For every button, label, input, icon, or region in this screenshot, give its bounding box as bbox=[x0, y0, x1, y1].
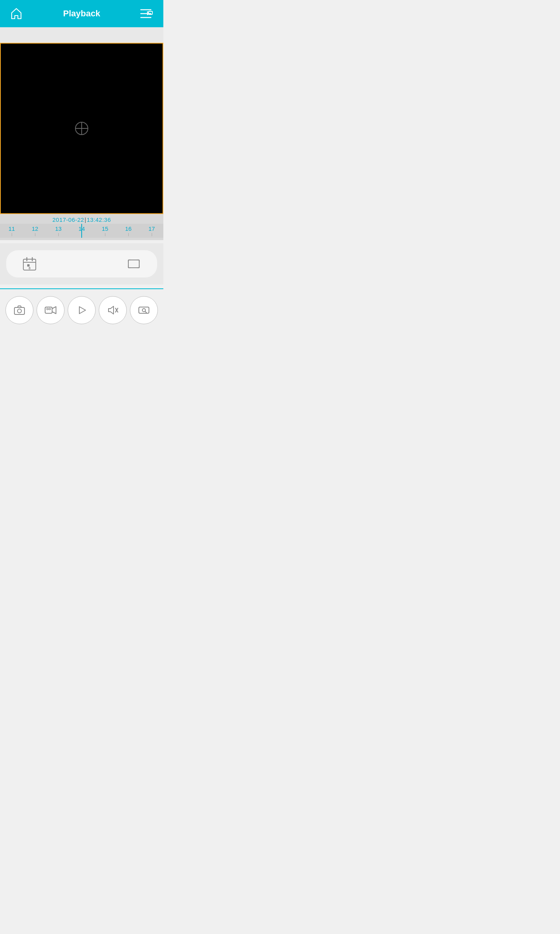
record-button[interactable] bbox=[37, 296, 65, 324]
timeline-ruler[interactable]: 11 12 13 14 15 16 17 bbox=[0, 224, 163, 238]
timeline-label-16: 16 bbox=[117, 225, 140, 232]
menu-button[interactable] bbox=[138, 5, 156, 22]
fullscreen-button[interactable] bbox=[126, 256, 142, 272]
timeline-label-15: 15 bbox=[93, 225, 117, 232]
crosshair-icon bbox=[73, 120, 90, 137]
timeline-cursor bbox=[81, 224, 82, 238]
timeline-label-12: 12 bbox=[23, 225, 47, 232]
svg-rect-24 bbox=[45, 307, 52, 313]
timeline-time: 13:42:36 bbox=[87, 216, 111, 223]
timeline-label-17: 17 bbox=[140, 225, 163, 232]
snapshot-button[interactable] bbox=[5, 296, 33, 324]
timestamp-pipe: | bbox=[84, 216, 86, 223]
controls-pill: 8 bbox=[6, 250, 157, 277]
timeline-section: 2017-06-22 | 13:42:36 11 12 13 14 15 16 … bbox=[0, 214, 163, 240]
timeline-date: 2017-06-22 bbox=[52, 216, 84, 223]
svg-point-23 bbox=[18, 309, 21, 313]
timeline-label-13: 13 bbox=[47, 225, 70, 232]
header: Playback bbox=[0, 0, 163, 27]
svg-point-25 bbox=[47, 308, 48, 310]
svg-line-31 bbox=[145, 311, 147, 313]
timeline-timestamp: 2017-06-22 | 13:42:36 bbox=[0, 214, 163, 224]
video-player[interactable] bbox=[0, 43, 163, 214]
controls-row: 8 bbox=[0, 243, 163, 284]
page-title: Playback bbox=[63, 9, 100, 19]
svg-point-26 bbox=[49, 308, 51, 310]
mute-button[interactable] bbox=[99, 296, 127, 324]
svg-text:8: 8 bbox=[28, 266, 30, 270]
header-separator bbox=[0, 27, 163, 43]
svg-rect-22 bbox=[14, 307, 24, 314]
svg-rect-29 bbox=[139, 307, 149, 313]
bottom-controls bbox=[0, 289, 163, 332]
calendar-button[interactable]: 8 bbox=[22, 256, 37, 272]
timeline-label-11: 11 bbox=[0, 225, 23, 232]
video-placeholder bbox=[1, 44, 163, 213]
play-button[interactable] bbox=[68, 296, 96, 324]
search-button[interactable] bbox=[130, 296, 158, 324]
svg-rect-13 bbox=[128, 260, 139, 268]
home-button[interactable] bbox=[8, 5, 25, 22]
